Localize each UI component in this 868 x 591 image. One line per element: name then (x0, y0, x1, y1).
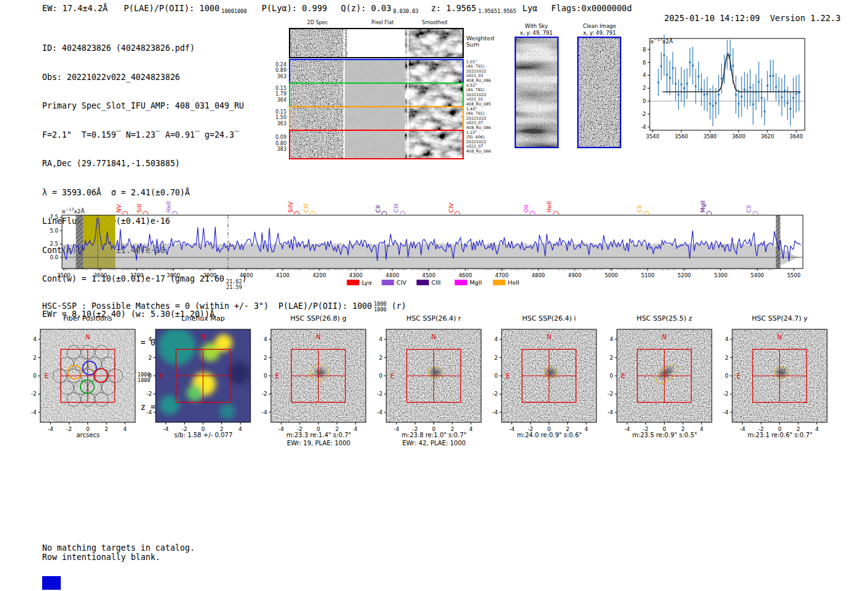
spec2d-left-label-3: 0.151.50363 (271, 109, 286, 127)
emission-label-CIV: CIV (448, 203, 454, 213)
svg-text:3900: 3900 (203, 272, 217, 278)
svg-text:-4: -4 (146, 409, 152, 415)
emission-label-SiIV: SiIV (288, 202, 294, 213)
compass-n: N (547, 334, 551, 340)
obs-id: Obs: 20221022v022_4024823826 (42, 73, 247, 82)
compass-e: E (160, 373, 164, 380)
svg-text:0: 0 (33, 373, 37, 379)
svg-text:4300: 4300 (349, 272, 363, 278)
svg-text:3580: 3580 (703, 133, 717, 140)
svg-text:-2: -2 (492, 391, 498, 397)
p-lya: P(Lyα): 0.999 (262, 3, 327, 13)
svg-text:0: 0 (494, 373, 498, 379)
footer-blue-marker (42, 576, 61, 590)
inset-ylabel: e−17x2Å (650, 37, 673, 45)
svg-text:5200: 5200 (678, 272, 691, 278)
spec2d-right-label-4: 1.22"(50, 606)20221022v022_07408_RU_066 (466, 131, 498, 154)
svg-text:2: 2 (33, 355, 37, 361)
svg-text:5100: 5100 (641, 272, 655, 278)
spec2d-row-4 (289, 130, 464, 159)
report-date: 2025-01-10 14:12:09 (664, 13, 760, 23)
cutout-image-hsc_i-4: NE-4-4-2-2002244 (485, 326, 613, 436)
svg-text:7.5: 7.5 (50, 214, 58, 220)
compass-e: E (275, 373, 279, 380)
cutout-caption2-3: EWr: 42, PLAE: 1000 (370, 440, 498, 447)
svg-text:-4: -4 (642, 124, 646, 130)
legend-item-Lyα: Lyα (361, 279, 371, 286)
col-header-pixelflat: Pixel Flat (358, 20, 407, 25)
svg-text:4: 4 (643, 72, 646, 78)
cutout-caption1-6: m:23.1 re:0.6" s:0.7" (716, 432, 844, 438)
svg-text:4800: 4800 (531, 272, 545, 278)
cutout-image-hsc-6: NE-4-4-2-2002244 (716, 326, 844, 436)
compass-n: N (86, 334, 90, 340)
spec2d-row-0 (289, 28, 464, 58)
emission-label-HeII: HeII (546, 201, 552, 213)
spec2d-row-images-4 (290, 131, 463, 158)
svg-text:2: 2 (643, 85, 646, 91)
svg-text:4: 4 (725, 336, 728, 342)
col-header-2dspec: 2D Spec (293, 20, 342, 25)
report-version: Version 1.22.3 (770, 13, 841, 23)
cutout-title-2: HSC SSP(26.8) g (259, 314, 378, 322)
compass-e: E (506, 373, 510, 380)
svg-text:-4: -4 (492, 409, 498, 415)
svg-text:-2: -2 (146, 391, 152, 397)
spectrum-ylabel: e−17x2Å (62, 207, 84, 215)
compass-n: N (777, 334, 782, 340)
svg-text:4500: 4500 (422, 272, 436, 278)
spec2d-right-label-0: WeightedSum (466, 35, 498, 47)
emission-label-CII: CII (637, 205, 643, 213)
legend-item-CIII: CIII (432, 279, 441, 286)
detect-id: ID: 4024823826 (4024823826.pdf) (42, 43, 247, 53)
primary-spec: Primary Spec_Slot_IFU_AMP: 408_031_049_R… (42, 101, 247, 111)
svg-text:2: 2 (725, 355, 728, 361)
svg-text:-2: -2 (31, 391, 37, 397)
cutout-image-hsc_z-5: NE-4-4-2-2002244 (601, 326, 728, 436)
svg-text:-2: -2 (723, 391, 728, 397)
legend-item-HeII: HeII (508, 279, 520, 286)
svg-text:-2: -2 (608, 391, 613, 397)
cutout-image-fiber-0: NE-4-4-2-2002244 (24, 326, 152, 436)
spec2d-left-label-4: 0.090.80383 (271, 135, 286, 153)
svg-text:2: 2 (609, 355, 613, 361)
cutout-image-hsc-3: NE-4-4-2-2002244 (370, 326, 498, 436)
spec2d-row-images-2 (290, 84, 463, 107)
compass-e: E (45, 373, 48, 380)
compass-n: N (201, 334, 205, 340)
svg-text:-2: -2 (262, 391, 267, 397)
svg-text:3600: 3600 (94, 272, 107, 278)
line-fit-inset-chart: 354035603580360036203640-4-202468 (642, 32, 815, 149)
ew-value: EW: 17.4±4.2Å (42, 3, 108, 13)
svg-text:3800: 3800 (167, 272, 180, 278)
compass-e: E (621, 373, 625, 380)
cutout-title-5: HSC SSP(25.5) z (604, 314, 724, 322)
ra-dec: RA,Dec (29.771841,-1.503885) (42, 159, 247, 169)
plae-poii: P(LAE)/P(OII): 100010001000 (124, 3, 247, 14)
spec2d-right-label-3: 1.40"(49, 791)20221022v022_07408_RU_086 (466, 107, 498, 131)
svg-text:5500: 5500 (787, 272, 800, 278)
clean-image (577, 37, 621, 148)
emission-label-CIII: CIII (303, 203, 309, 213)
svg-text:8: 8 (643, 47, 646, 53)
emission-label-MgII: MgII (700, 200, 706, 213)
svg-text:2.5: 2.5 (50, 241, 58, 247)
cutout-caption1-5: m:23.5 re:0.9" s:0.5" (601, 432, 728, 438)
svg-text:4600: 4600 (459, 272, 472, 278)
spec2d-left-label-2: 0.151.79364 (271, 86, 286, 104)
svg-text:3560: 3560 (675, 133, 688, 140)
cutout-title-0: Fiber Positions (28, 314, 148, 322)
cutout-caption1-2: m:23.3 re:1.4" s:0.7" (255, 432, 383, 438)
compass-n: N (432, 334, 436, 340)
emission-label-NV: NV (116, 204, 122, 213)
svg-text:5400: 5400 (751, 272, 764, 278)
legend-item-CIV: CIV (397, 279, 407, 286)
svg-text:4: 4 (264, 336, 267, 342)
svg-text:4100: 4100 (276, 272, 290, 278)
cutout-image-hsc-2: NE-4-4-2-2002244 (255, 326, 383, 436)
with-sky-title: With Skyx, y: 49, 791 (502, 23, 570, 36)
flags-value: Flags:0x0000000d (551, 3, 632, 13)
cutout-title-4: HSC SSP(26.4) i (489, 314, 609, 322)
svg-text:2: 2 (379, 355, 383, 361)
svg-text:2: 2 (148, 355, 152, 361)
